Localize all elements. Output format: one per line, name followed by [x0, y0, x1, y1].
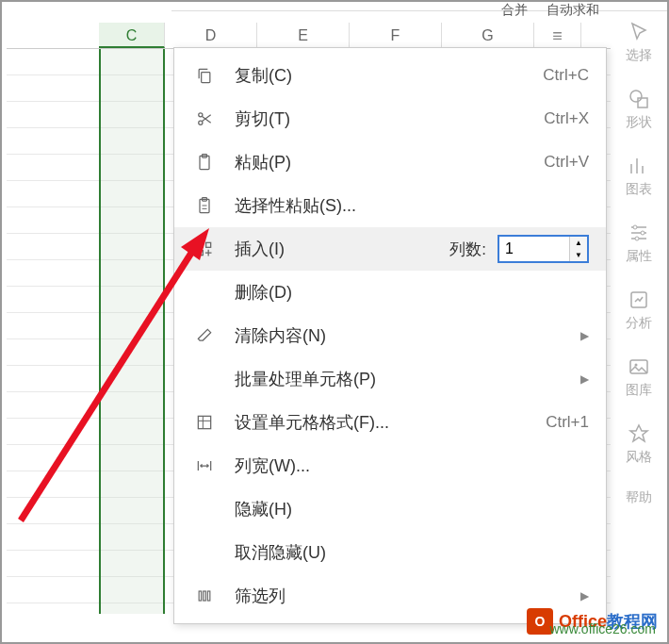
sidebar-help[interactable]: 帮助 [620, 489, 658, 506]
menu-label: 复制(C) [235, 64, 543, 87]
menu-label: 列宽(W)... [235, 454, 589, 477]
clipboard-special-icon [191, 194, 218, 217]
menu-paste-special[interactable]: 选择性粘贴(S)... [174, 184, 606, 227]
menu-hide[interactable]: 隐藏(H) [174, 487, 606, 531]
menu-shortcut: Ctrl+X [544, 109, 589, 128]
sidebar-label: 图表 [626, 181, 652, 198]
shapes-icon [628, 88, 650, 110]
watermark: O Office教程网 www.office26.com [527, 608, 658, 635]
menu-clear[interactable]: 清除内容(N) ▶ [174, 314, 606, 357]
watermark-url: www.office26.com [549, 621, 656, 636]
insert-count-label: 列数: [449, 239, 486, 260]
sidebar-shapes[interactable]: 形状 [620, 88, 658, 131]
cursor-icon [628, 21, 650, 43]
menu-format-cells[interactable]: 设置单元格格式(F)... Ctrl+1 [174, 401, 606, 444]
menu-label: 选择性粘贴(S)... [235, 194, 589, 217]
svg-point-10 [199, 121, 203, 124]
menu-insert[interactable]: 插入(I) 列数: ▲ ▼ [174, 227, 606, 271]
menu-unhide[interactable]: 取消隐藏(U) [174, 531, 606, 574]
svg-rect-16 [198, 242, 203, 247]
sidebar-label: 分析 [626, 315, 652, 332]
spinner-down[interactable]: ▼ [570, 249, 587, 261]
column-headers: C D E F G ≡ [7, 23, 611, 49]
toolbar-autosum[interactable]: 自动求和 [547, 2, 599, 10]
menu-label: 粘贴(P) [235, 151, 544, 173]
right-sidebar: 选择 形状 图表 属性 分析 图库 风格 帮助 [615, 11, 662, 637]
svg-rect-1 [638, 98, 647, 107]
menu-label: 批量处理单元格(P) [235, 368, 571, 390]
svg-point-0 [630, 91, 642, 102]
clipboard-icon [191, 151, 218, 173]
svg-rect-17 [206, 242, 211, 247]
menu-shortcut: Ctrl+1 [546, 413, 589, 432]
menu-label: 取消隐藏(U) [235, 541, 589, 564]
menu-shortcut: Ctrl+V [544, 153, 589, 172]
sidebar-label: 形状 [626, 114, 652, 131]
svg-point-11 [199, 113, 203, 117]
menu-label: 清除内容(N) [235, 324, 571, 347]
col-header-e[interactable]: E [257, 23, 350, 48]
sidebar-gallery[interactable]: 图库 [620, 355, 658, 399]
col-header-f[interactable]: F [350, 23, 442, 48]
sidebar-select[interactable]: 选择 [620, 21, 658, 64]
menu-label: 筛选列 [235, 585, 571, 607]
copy-icon [191, 64, 218, 87]
chevron-right-icon: ▶ [580, 589, 589, 603]
svg-rect-18 [198, 251, 203, 256]
mini-toolbar: 合并 自动求和 [171, 2, 667, 11]
blank-icon [191, 281, 218, 304]
svg-rect-22 [207, 591, 210, 601]
menu-shortcut: Ctrl+C [543, 66, 589, 85]
sidebar-label: 选择 [626, 47, 652, 64]
svg-rect-20 [199, 591, 202, 601]
svg-rect-19 [198, 416, 210, 428]
menu-paste[interactable]: 粘贴(P) Ctrl+V [174, 140, 606, 184]
col-header-d[interactable]: D [165, 23, 257, 48]
sidebar-analysis[interactable]: 分析 [620, 289, 658, 332]
style-icon [628, 422, 650, 445]
svg-point-2 [633, 225, 637, 229]
sliders-icon [628, 222, 650, 244]
svg-point-4 [635, 237, 639, 240]
svg-rect-9 [202, 73, 210, 83]
toolbar-merge[interactable]: 合并 [501, 2, 528, 10]
sidebar-style[interactable]: 风格 [620, 422, 658, 466]
menu-label: 设置单元格格式(F)... [235, 411, 546, 434]
insert-count-spinner[interactable]: ▲ ▼ [498, 235, 589, 263]
blank-icon [191, 541, 218, 564]
scissors-icon [191, 107, 218, 130]
col-spacer [7, 23, 99, 48]
blank-icon [191, 368, 218, 390]
menu-label: 隐藏(H) [235, 498, 589, 520]
blank-icon [191, 498, 218, 520]
sidebar-charts[interactable]: 图表 [620, 155, 658, 198]
menu-batch[interactable]: 批量处理单元格(P) ▶ [174, 357, 606, 401]
insert-count-input[interactable] [499, 237, 569, 261]
chevron-right-icon: ▶ [580, 329, 589, 342]
spinner-up[interactable]: ▲ [570, 237, 587, 249]
menu-delete[interactable]: 删除(D) [174, 271, 606, 314]
col-header-more[interactable]: ≡ [534, 23, 581, 48]
menu-cut[interactable]: 剪切(T) Ctrl+X [174, 97, 606, 140]
col-header-g[interactable]: G [442, 23, 534, 48]
chevron-right-icon: ▶ [580, 372, 589, 386]
insert-icon [191, 238, 218, 260]
menu-col-width[interactable]: 列宽(W)... [174, 444, 606, 487]
col-header-c[interactable]: C [99, 23, 165, 48]
svg-marker-8 [630, 425, 647, 441]
menu-label: 剪切(T) [235, 107, 544, 130]
svg-rect-21 [204, 591, 206, 601]
svg-point-3 [641, 231, 645, 235]
sidebar-label: 帮助 [626, 489, 652, 506]
filter-icon [191, 585, 218, 607]
menu-copy[interactable]: 复制(C) Ctrl+C [174, 54, 606, 97]
image-icon [628, 355, 650, 378]
analysis-icon [628, 289, 650, 311]
selected-column-highlight [99, 49, 165, 614]
format-cells-icon [191, 411, 218, 434]
col-width-icon [191, 454, 218, 477]
sidebar-label: 图库 [626, 382, 652, 399]
sidebar-label: 属性 [626, 248, 652, 265]
sidebar-properties[interactable]: 属性 [620, 222, 658, 265]
context-menu: 复制(C) Ctrl+C 剪切(T) Ctrl+X 粘贴(P) Ctrl+V 选… [173, 47, 607, 624]
